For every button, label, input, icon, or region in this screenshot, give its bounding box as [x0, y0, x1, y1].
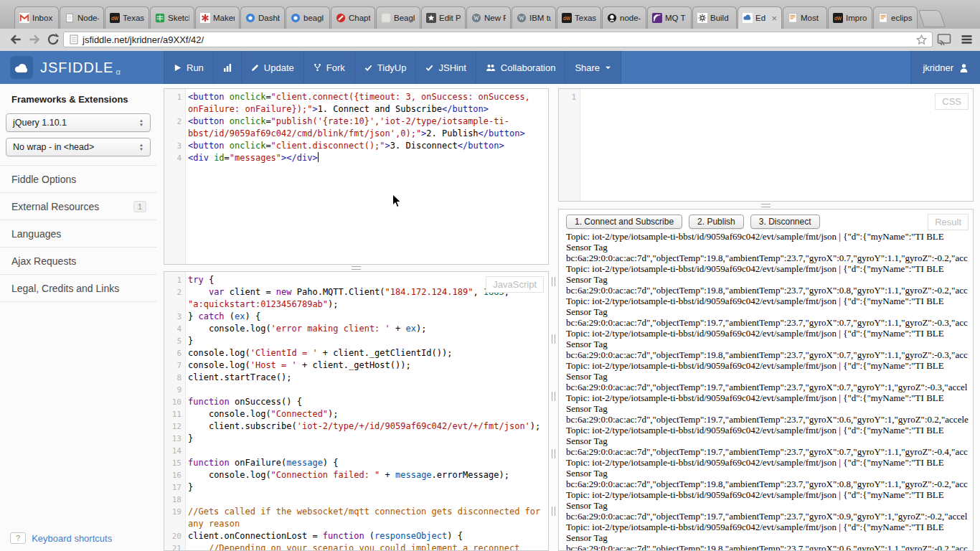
fork-button[interactable]: Fork — [303, 51, 354, 84]
keyboard-shortcuts[interactable]: ? Keyboard shortcuts — [10, 532, 112, 544]
code-line[interactable]: 7console.log('Host = ' + client._getHost… — [164, 359, 548, 372]
splitter-handle[interactable] — [552, 334, 555, 344]
stats-button[interactable] — [213, 51, 241, 84]
sidebar-item-fiddle-options[interactable]: Fiddle Options — [0, 166, 156, 193]
browser-tab[interactable]: node- — [602, 6, 646, 29]
browser-tab[interactable]: Chapt — [331, 6, 375, 29]
browser-tab[interactable]: WNew P — [466, 6, 511, 29]
browser-tab[interactable]: Sketch — [150, 6, 194, 29]
browser-tab[interactable]: dWTexas — [557, 6, 601, 29]
collaboration-button[interactable]: Collaboration — [476, 51, 565, 84]
code-line[interactable]: 19//Gets called if the websocket/mqtt co… — [164, 506, 548, 530]
sidebar-item-ajax-requests[interactable]: Ajax Requests — [0, 248, 156, 275]
user-menu[interactable]: jkridner — [910, 51, 980, 84]
splitter-handle[interactable] — [552, 449, 555, 458]
dw-icon: dW — [562, 13, 572, 23]
code-line[interactable]: 18 — [164, 494, 548, 506]
code-line[interactable]: 10function onSuccess() { — [164, 396, 548, 408]
back-button[interactable] — [9, 32, 23, 47]
code-line[interactable]: 8client.startTrace(); — [164, 372, 548, 384]
code-line[interactable]: 3} catch (ex) { — [164, 311, 548, 323]
sidebar-item-languages[interactable]: Languages — [0, 220, 156, 248]
update-button[interactable]: Update — [241, 51, 303, 84]
line-number: 3 — [164, 311, 185, 323]
keyboard-shortcuts-link[interactable]: Keyboard shortcuts — [32, 533, 112, 544]
code-line[interactable]: 21 //Depending on your scenario you coul… — [164, 542, 548, 551]
browser-tab[interactable]: dWTexas — [105, 6, 149, 29]
check-icon — [364, 64, 372, 72]
cast-icon[interactable] — [937, 33, 951, 47]
mqtt-message: Topic: iot-2/type/iotsample-ti-bbst/id/9… — [566, 296, 966, 328]
browser-tab[interactable]: Build — [692, 6, 737, 29]
result-button--publish[interactable]: 2. Publish — [689, 215, 744, 229]
code-line[interactable]: 2<button onclick="publish('{rate:10}','i… — [164, 116, 548, 140]
code-line[interactable]: 9 — [164, 384, 548, 396]
browser-tab[interactable]: beagl — [286, 6, 330, 29]
browser-tab[interactable]: eclips — [873, 6, 918, 29]
sidebar-item-external-resources[interactable]: External Resources1 — [0, 193, 156, 220]
splitter-handle[interactable] — [352, 266, 361, 270]
browser-tab[interactable]: WIBM tu — [512, 6, 556, 29]
browser-tab[interactable]: Edit P — [421, 6, 466, 29]
jsfiddle-logo[interactable]: JSFIDDLEα — [10, 51, 121, 84]
bookmark-star-icon[interactable] — [915, 34, 928, 46]
result-button--disconnect[interactable]: 3. Disconnect — [750, 215, 820, 229]
browser-tab[interactable]: MQ T — [647, 6, 692, 29]
browser-tab[interactable]: Most — [783, 6, 827, 29]
code-line[interactable]: 1<button onclick="client.connect({timeou… — [164, 91, 548, 116]
code-line[interactable]: 16 console.log("Connection failed: " + m… — [164, 469, 548, 481]
splitter-handle[interactable] — [552, 507, 555, 516]
run-button[interactable]: Run — [164, 51, 213, 84]
browser-tab[interactable]: Dashb — [240, 6, 285, 29]
reload-button[interactable] — [46, 32, 60, 47]
browser-tab[interactable]: Beagl — [376, 6, 420, 29]
browser-tab[interactable]: dWImpro — [828, 6, 872, 29]
splitter-handle[interactable] — [552, 277, 555, 286]
code-line[interactable]: 14 — [164, 445, 548, 457]
code-line[interactable]: 6console.log('ClientId = ' + client._get… — [164, 347, 548, 359]
line-number: 1 — [559, 91, 580, 103]
code-line[interactable]: 17} — [164, 481, 548, 494]
menu-icon[interactable] — [960, 33, 974, 47]
line-number-gutter — [559, 89, 580, 201]
url-field[interactable]: jsfiddle.net/jkridner/a9XXf/42/ — [63, 32, 933, 47]
question-key-icon: ? — [10, 532, 26, 544]
line-number: 18 — [164, 494, 185, 506]
code-line[interactable]: 4<div id="messages"></div> — [164, 152, 548, 164]
svg-text:dW: dW — [111, 16, 119, 21]
css-editor-panel[interactable]: 1 CSS — [558, 88, 974, 202]
share-button[interactable]: Share — [565, 51, 621, 84]
wrap-select[interactable]: No wrap - in <head> ▲▼ — [6, 138, 151, 156]
js-editor-panel[interactable]: 1try {2 var client = new Paho.MQTT.Clien… — [164, 271, 549, 551]
logo-text: JSFIDDLEα — [40, 60, 121, 76]
code-line[interactable]: 1 — [559, 91, 973, 103]
code-line[interactable]: 3<button onclick="client.disconnect();">… — [164, 140, 548, 152]
browser-tab[interactable]: Node- — [60, 6, 104, 29]
code-line[interactable]: 4 console.log('error making client: ' + … — [164, 323, 548, 335]
code-line[interactable]: 20client.onConnectionLost = function (re… — [164, 530, 548, 542]
forward-button[interactable] — [27, 32, 42, 47]
framework-select[interactable]: jQuery 1.10.1 ▲▼ — [6, 113, 151, 132]
url-text[interactable]: jsfiddle.net/jkridner/a9XXf/42/ — [83, 34, 915, 45]
splitter-handle[interactable] — [761, 204, 771, 207]
browser-tab[interactable]: Maker — [195, 6, 240, 29]
code-line[interactable]: 12 client.subscribe('iot-2/type/+/id/905… — [164, 420, 548, 433]
new-tab-button[interactable] — [918, 10, 946, 27]
tab-label: Inbox — [32, 14, 54, 22]
stripes-icon — [788, 13, 798, 23]
code-line[interactable]: 13} — [164, 433, 548, 445]
code-line[interactable]: 5} — [164, 335, 548, 347]
sidebar-item-legal-credits-and-links[interactable]: Legal, Credits and Links — [0, 275, 156, 302]
wp-icon: W — [471, 13, 481, 23]
code-line[interactable]: 11 console.log("Connected"); — [164, 408, 548, 420]
line-number: 20 — [164, 530, 185, 542]
html-editor-panel[interactable]: 1<button onclick="client.connect({timeou… — [164, 88, 549, 265]
splitter-handle[interactable] — [552, 392, 555, 401]
code-line[interactable]: 15function onFailure(message) { — [164, 457, 548, 469]
tab-close-icon[interactable]: × — [771, 14, 777, 22]
result-button--connect-and-subscribe[interactable]: 1. Connect and Subscribe — [566, 215, 682, 229]
browser-tab[interactable]: Inbox — [14, 6, 59, 29]
tidyup-button[interactable]: TidyUp — [354, 51, 416, 84]
jshint-button[interactable]: JSHint — [415, 51, 475, 84]
browser-tab[interactable]: Ed× — [738, 6, 782, 29]
